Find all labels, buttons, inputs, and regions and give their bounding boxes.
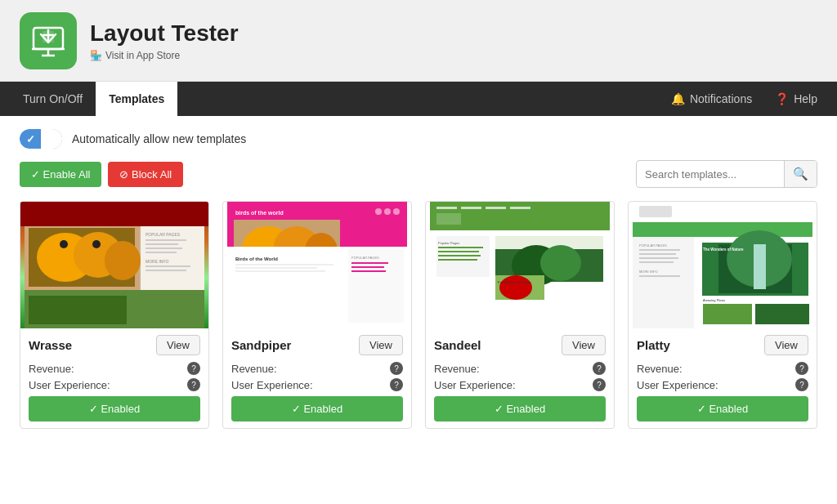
card-footer-platty: Platty View Revenue: ? User Experience: …	[629, 328, 817, 428]
toggle-thumb	[41, 129, 62, 149]
view-button-wrasse[interactable]: View	[156, 335, 200, 355]
svg-text:POPULAR PAGES: POPULAR PAGES	[145, 232, 181, 237]
revenue-info-icon-sandpiper[interactable]: ?	[390, 362, 403, 375]
userexp-label-wrasse: User Experience:	[29, 379, 110, 391]
svg-rect-58	[438, 247, 483, 248]
revenue-row-platty: Revenue: ?	[637, 362, 808, 375]
card-name-sandeel: Sandeel	[434, 338, 481, 352]
svg-rect-71	[639, 206, 672, 217]
store-icon: 🏪	[90, 50, 102, 61]
svg-rect-72	[633, 222, 812, 237]
bell-icon: 🔔	[671, 92, 685, 105]
search-icon: 🔍	[793, 167, 808, 181]
svg-text:birds of the world: birds of the world	[235, 210, 284, 216]
svg-rect-40	[235, 264, 333, 265]
userexp-info-icon-platty[interactable]: ?	[795, 378, 808, 391]
svg-rect-85	[754, 244, 766, 289]
svg-rect-8	[25, 202, 204, 225]
svg-rect-27	[145, 270, 186, 271]
svg-point-31	[375, 208, 382, 215]
revenue-label-sandpiper: Revenue:	[231, 363, 277, 375]
svg-rect-22	[145, 243, 178, 245]
svg-rect-46	[351, 266, 384, 268]
template-thumbnail-platty: POPULAR PAGES MORE INFO Th	[629, 202, 817, 328]
search-button[interactable]: 🔍	[784, 161, 817, 187]
userexp-info-icon-sandeel[interactable]: ?	[593, 378, 606, 391]
userexp-row-platty: User Experience: ?	[637, 378, 808, 391]
enable-all-button[interactable]: ✓ Enable All	[20, 162, 101, 187]
card-name-sandpiper: Sandpiper	[231, 338, 291, 352]
userexp-info-icon-wrasse[interactable]: ?	[187, 378, 200, 391]
card-name-row-platty: Platty View	[637, 335, 808, 355]
template-card-wrasse: BIRDS OF THE WORLD POPULAR PAGES	[20, 201, 209, 429]
visit-app-store-link[interactable]: 🏪 Visit in App Store	[90, 50, 239, 61]
view-button-sandeel[interactable]: View	[562, 335, 606, 355]
svg-text:MORE INFO: MORE INFO	[145, 259, 168, 264]
search-input[interactable]	[637, 163, 784, 186]
app-title-block: Layout Tester 🏪 Visit in App Store	[90, 20, 239, 61]
revenue-info-icon-sandeel[interactable]: ?	[593, 362, 606, 375]
nav-left: Turn On/Off Templates	[10, 82, 177, 116]
svg-rect-75	[639, 249, 680, 251]
template-thumbnail-sandpiper: birds of the world Birds of the World	[223, 202, 411, 328]
revenue-info-icon-wrasse[interactable]: ?	[187, 362, 200, 375]
toggle-on-half: ✓	[20, 129, 41, 149]
svg-rect-26	[145, 265, 190, 267]
svg-point-14	[105, 241, 141, 280]
view-button-platty[interactable]: View	[764, 335, 808, 355]
card-footer-sandeel: Sandeel View Revenue: ? User Experience:…	[426, 328, 614, 428]
userexp-row-sandpiper: User Experience: ?	[231, 378, 403, 391]
svg-rect-18	[29, 296, 127, 324]
template-card-sandpiper: birds of the world Birds of the World	[222, 201, 412, 429]
app-icon	[20, 12, 77, 69]
nav-item-templates[interactable]: Templates	[96, 82, 177, 116]
svg-rect-47	[351, 270, 386, 272]
enabled-button-platty[interactable]: ✓ Enabled	[637, 396, 808, 421]
svg-rect-42	[235, 270, 325, 272]
svg-point-32	[384, 208, 391, 215]
help-icon: ❓	[775, 92, 789, 105]
revenue-info-icon-platty[interactable]: ?	[795, 362, 808, 375]
enabled-button-sandeel[interactable]: ✓ Enabled	[434, 396, 606, 421]
revenue-row-sandpiper: Revenue: ?	[231, 362, 403, 375]
enabled-button-wrasse[interactable]: ✓ Enabled	[29, 396, 200, 421]
template-thumbnail-sandeel: Popular Pages The Wonders of Nature	[426, 202, 614, 328]
toggle-label: Automatically allow new templates	[72, 132, 246, 145]
svg-text:MORE INFO: MORE INFO	[639, 270, 658, 274]
userexp-row-wrasse: User Experience: ?	[29, 378, 200, 391]
block-all-button[interactable]: ⊘ Block All	[108, 162, 183, 187]
svg-rect-24	[145, 252, 177, 253]
svg-rect-88	[703, 304, 752, 324]
userexp-info-icon-sandpiper[interactable]: ?	[390, 378, 403, 391]
userexp-label-sandpiper: User Experience:	[231, 379, 313, 391]
svg-text:POPULAR PAGES: POPULAR PAGES	[351, 256, 379, 260]
svg-rect-51	[461, 207, 481, 209]
svg-rect-43	[348, 249, 404, 323]
svg-point-33	[393, 208, 400, 215]
template-card-sandeel: Popular Pages The Wonders of Nature	[425, 201, 615, 429]
svg-text:POPULAR PAGES: POPULAR PAGES	[639, 243, 667, 248]
userexp-label-platty: User Experience:	[637, 379, 718, 391]
card-name-wrasse: Wrasse	[29, 338, 72, 352]
main-content: ✓ Automatically allow new templates ✓ En…	[0, 116, 837, 504]
nav-item-turn-on-off[interactable]: Turn On/Off	[10, 82, 96, 116]
auto-allow-toggle[interactable]: ✓	[20, 129, 62, 149]
svg-text:Amazing Flows: Amazing Flows	[703, 298, 725, 302]
userexp-label-sandeel: User Experience:	[434, 379, 516, 391]
toggle-row: ✓ Automatically allow new templates	[20, 129, 817, 149]
svg-rect-76	[639, 253, 676, 255]
svg-rect-21	[145, 239, 186, 241]
svg-point-65	[540, 245, 581, 281]
svg-rect-53	[510, 207, 530, 209]
svg-rect-50	[436, 207, 457, 209]
nav-notifications[interactable]: 🔔 Notifications	[661, 82, 762, 116]
svg-point-67	[499, 275, 532, 300]
svg-rect-54	[436, 213, 461, 225]
templates-grid: BIRDS OF THE WORLD POPULAR PAGES	[20, 201, 817, 429]
view-button-sandpiper[interactable]: View	[359, 335, 403, 355]
svg-point-16	[92, 240, 101, 248]
revenue-label-sandeel: Revenue:	[434, 363, 480, 375]
nav-help[interactable]: ❓ Help	[765, 82, 827, 116]
enabled-button-sandpiper[interactable]: ✓ Enabled	[231, 396, 403, 421]
nav-bar: Turn On/Off Templates 🔔 Notifications ❓ …	[0, 82, 837, 116]
